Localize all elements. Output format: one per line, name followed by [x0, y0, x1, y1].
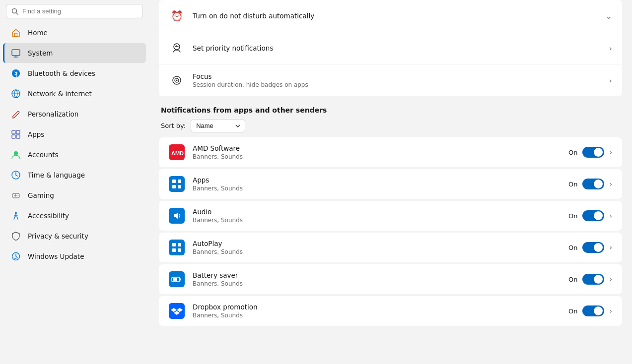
- audio-app-desc: Banners, Sounds: [193, 217, 561, 224]
- audio-toggle[interactable]: [582, 210, 604, 221]
- bluetooth-nav-icon: [11, 68, 21, 78]
- svg-point-13: [15, 212, 17, 214]
- sidebar-item-system[interactable]: System: [3, 43, 146, 63]
- search-input[interactable]: [22, 7, 138, 15]
- app-row-amd[interactable]: AMDAMD SoftwareBanners, SoundsOn›: [159, 137, 622, 167]
- personalization-nav-label: Personalization: [28, 110, 78, 118]
- dnd-row[interactable]: ⏰ Turn on do not disturb automatically ⌄: [159, 0, 622, 32]
- app-row-apps-notif[interactable]: AppsBanners, SoundsOn›: [159, 169, 622, 199]
- dropbox-status-label: On: [568, 307, 577, 315]
- autoplay-app-icon: [169, 240, 185, 255]
- svg-rect-29: [178, 243, 181, 246]
- update-nav-label: Windows Update: [28, 252, 84, 260]
- svg-rect-31: [178, 248, 181, 252]
- accessibility-nav-icon: [11, 211, 21, 221]
- amd-app-desc: Banners, Sounds: [193, 153, 561, 160]
- update-nav-icon: [11, 251, 21, 261]
- svg-rect-27: [169, 240, 185, 255]
- battery-app-name: Battery saver: [193, 271, 561, 279]
- app-row-dropbox[interactable]: Dropbox promotionBanners, SoundsOn›: [159, 296, 622, 326]
- svg-rect-28: [172, 243, 176, 246]
- dnd-chevron-down-icon: ⌄: [606, 11, 612, 21]
- gaming-nav-label: Gaming: [28, 191, 54, 199]
- svg-rect-34: [180, 279, 181, 281]
- app-row-audio[interactable]: AudioBanners, SoundsOn›: [159, 201, 622, 231]
- svg-point-18: [176, 80, 178, 81]
- svg-point-4: [12, 69, 20, 77]
- svg-rect-35: [173, 278, 177, 281]
- svg-rect-2: [15, 33, 17, 37]
- priority-chevron-icon: ›: [609, 44, 612, 53]
- apps-notif-chevron-icon: ›: [609, 180, 612, 188]
- svg-rect-23: [178, 180, 181, 183]
- sort-row: Sort by: Name Most recent: [159, 119, 622, 132]
- search-bar[interactable]: [6, 4, 143, 18]
- svg-rect-8: [12, 135, 15, 138]
- sidebar-item-apps[interactable]: Apps: [3, 124, 146, 144]
- svg-rect-6: [12, 130, 15, 134]
- focus-subtitle: Session duration, hide badges on apps: [193, 81, 601, 88]
- battery-app-desc: Banners, Sounds: [193, 280, 561, 287]
- sidebar-item-network[interactable]: Network & internet: [3, 84, 146, 104]
- svg-rect-9: [16, 135, 20, 138]
- autoplay-chevron-icon: ›: [609, 243, 612, 251]
- svg-point-10: [14, 151, 18, 155]
- sidebar-item-personalization[interactable]: Personalization: [3, 104, 146, 124]
- battery-app-icon: [169, 271, 185, 287]
- dropbox-chevron-icon: ›: [609, 307, 612, 315]
- apps-notif-app-icon: [169, 176, 185, 192]
- autoplay-status-label: On: [568, 244, 577, 251]
- sidebar-item-bluetooth[interactable]: Bluetooth & devices: [3, 63, 146, 83]
- autoplay-app-name: AutoPlay: [193, 240, 561, 247]
- sidebar-item-home[interactable]: Home: [3, 23, 146, 43]
- priority-row[interactable]: Set priority notifications ›: [159, 32, 622, 64]
- privacy-nav-icon: [11, 231, 21, 241]
- amd-app-icon: AMD: [169, 144, 185, 160]
- dropbox-toggle[interactable]: [582, 305, 604, 316]
- sidebar-item-privacy[interactable]: Privacy & security: [3, 226, 146, 246]
- autoplay-app-desc: Banners, Sounds: [193, 248, 561, 255]
- priority-icon: [169, 40, 185, 56]
- time-nav-icon: [11, 170, 21, 180]
- network-nav-icon: [11, 89, 21, 99]
- amd-toggle[interactable]: [582, 147, 604, 158]
- notifications-section-title: Notifications from apps and other sender…: [159, 106, 622, 114]
- apps-notif-toggle[interactable]: [582, 179, 604, 189]
- svg-rect-30: [172, 248, 176, 252]
- battery-toggle[interactable]: [582, 274, 604, 285]
- accounts-nav-label: Accounts: [28, 151, 59, 159]
- amd-app-name: AMD Software: [193, 144, 561, 152]
- sidebar-item-update[interactable]: Windows Update: [3, 246, 146, 266]
- personalization-nav-icon: [11, 109, 21, 119]
- dropbox-app-icon: [169, 303, 185, 319]
- apps-nav-icon: [11, 129, 21, 139]
- sidebar-item-accessibility[interactable]: Accessibility: [3, 206, 146, 226]
- svg-rect-24: [172, 185, 176, 188]
- sidebar-item-gaming[interactable]: Gaming: [3, 185, 146, 205]
- app-row-autoplay[interactable]: AutoPlayBanners, SoundsOn›: [159, 233, 622, 262]
- home-nav-label: Home: [28, 29, 48, 37]
- sidebar-item-time[interactable]: Time & language: [3, 165, 146, 185]
- top-settings-card: ⏰ Turn on do not disturb automatically ⌄…: [159, 0, 622, 96]
- sort-select[interactable]: Name Most recent: [191, 119, 245, 132]
- accounts-nav-icon: [11, 150, 21, 160]
- network-nav-label: Network & internet: [28, 90, 92, 98]
- battery-chevron-icon: ›: [609, 275, 612, 283]
- sidebar-item-accounts[interactable]: Accounts: [3, 145, 146, 165]
- apps-notif-app-desc: Banners, Sounds: [193, 185, 561, 192]
- svg-rect-7: [16, 130, 20, 134]
- audio-app-icon: [169, 208, 185, 224]
- main-content: ⏰ Turn on do not disturb automatically ⌄…: [149, 0, 632, 364]
- search-icon: [11, 8, 18, 15]
- apps-nav-label: Apps: [28, 130, 44, 138]
- app-row-battery[interactable]: Battery saverBanners, SoundsOn›: [159, 264, 622, 294]
- audio-chevron-icon: ›: [609, 212, 612, 220]
- focus-row[interactable]: Focus Session duration, hide badges on a…: [159, 64, 622, 96]
- svg-rect-25: [178, 185, 181, 188]
- home-nav-icon: [11, 28, 21, 38]
- svg-rect-21: [169, 176, 185, 192]
- autoplay-toggle[interactable]: [582, 242, 604, 253]
- amd-status-label: On: [568, 149, 577, 156]
- svg-rect-3: [12, 50, 20, 56]
- amd-chevron-icon: ›: [609, 148, 612, 156]
